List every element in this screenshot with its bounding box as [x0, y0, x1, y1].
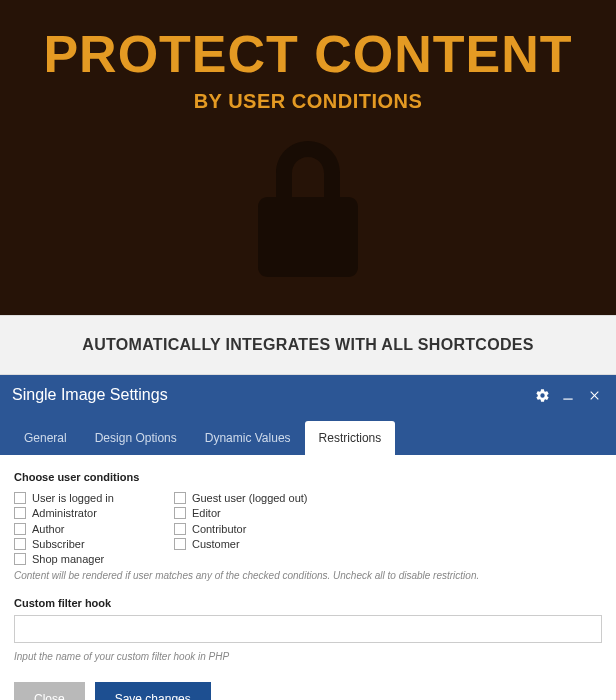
modal-actions: Close Save changes — [0, 670, 616, 700]
checkbox-label: Author — [32, 522, 64, 536]
banner-title: PROTECT CONTENT — [43, 28, 572, 80]
checkbox-label: Shop manager — [32, 552, 104, 566]
banner-subtitle: BY USER CONDITIONS — [194, 90, 423, 113]
filter-hook-input[interactable] — [14, 615, 602, 643]
close-icon[interactable] — [584, 389, 604, 402]
checkbox-subscriber[interactable]: Subscriber — [14, 537, 114, 551]
checkbox-contributor[interactable]: Contributor — [174, 522, 308, 536]
conditions-col-left: User is logged in Administrator Author S… — [14, 491, 114, 566]
checkbox-label: Editor — [192, 506, 221, 520]
close-button[interactable]: Close — [14, 682, 85, 700]
gear-icon[interactable] — [532, 388, 552, 403]
modal-title: Single Image Settings — [12, 386, 526, 404]
checkbox-author[interactable]: Author — [14, 522, 114, 536]
modal-tabs: General Design Options Dynamic Values Re… — [0, 415, 616, 455]
checkbox-label: Contributor — [192, 522, 246, 536]
checkbox-logged-in[interactable]: User is logged in — [14, 491, 114, 505]
checkbox-label: Guest user (logged out) — [192, 491, 308, 505]
conditions-help: Content will be rendered if user matches… — [14, 570, 602, 581]
checkbox-box — [14, 492, 26, 504]
checkbox-box — [174, 538, 186, 550]
modal-body: Choose user conditions User is logged in… — [0, 455, 616, 670]
filter-label: Custom filter hook — [14, 597, 602, 609]
settings-modal: Single Image Settings General Design Opt… — [0, 375, 616, 700]
integrates-bar: AUTOMATICALLY INTEGRATES WITH ALL SHORTC… — [0, 315, 616, 375]
checkbox-box — [14, 553, 26, 565]
tab-dynamic-values[interactable]: Dynamic Values — [191, 421, 305, 455]
checkbox-label: Customer — [192, 537, 240, 551]
checkbox-customer[interactable]: Customer — [174, 537, 308, 551]
save-button[interactable]: Save changes — [95, 682, 211, 700]
marketing-banner: PROTECT CONTENT BY USER CONDITIONS — [0, 0, 616, 315]
checkbox-editor[interactable]: Editor — [174, 506, 308, 520]
checkbox-shop-manager[interactable]: Shop manager — [14, 552, 114, 566]
conditions-label: Choose user conditions — [14, 471, 602, 483]
modal-titlebar: Single Image Settings — [0, 375, 616, 415]
checkbox-box — [174, 523, 186, 535]
checkbox-box — [14, 507, 26, 519]
conditions-col-right: Guest user (logged out) Editor Contribut… — [174, 491, 308, 566]
checkbox-administrator[interactable]: Administrator — [14, 506, 114, 520]
checkbox-box — [14, 538, 26, 550]
checkbox-box — [14, 523, 26, 535]
tab-general[interactable]: General — [10, 421, 81, 455]
checkbox-label: Administrator — [32, 506, 97, 520]
filter-help: Input the name of your custom filter hoo… — [14, 651, 602, 662]
integrates-text: AUTOMATICALLY INTEGRATES WITH ALL SHORTC… — [82, 336, 533, 354]
minimize-icon[interactable] — [558, 388, 578, 402]
checkbox-label: Subscriber — [32, 537, 85, 551]
tab-design-options[interactable]: Design Options — [81, 421, 191, 455]
checkbox-label: User is logged in — [32, 491, 114, 505]
checkbox-box — [174, 492, 186, 504]
conditions-columns: User is logged in Administrator Author S… — [14, 491, 602, 566]
checkbox-box — [174, 507, 186, 519]
lock-icon — [248, 141, 368, 285]
tab-restrictions[interactable]: Restrictions — [305, 421, 396, 455]
checkbox-guest[interactable]: Guest user (logged out) — [174, 491, 308, 505]
